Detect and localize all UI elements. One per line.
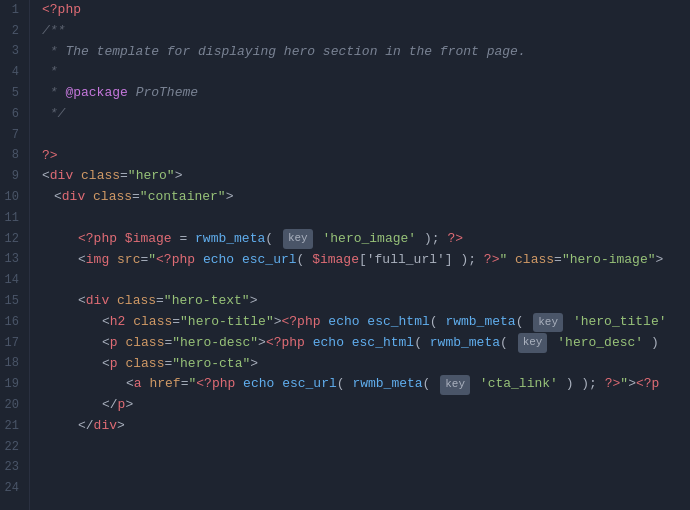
paren-19b: ( xyxy=(423,374,431,395)
sp-12b: = xyxy=(172,229,195,250)
paren-16b: ( xyxy=(516,312,524,333)
br-17a: < xyxy=(102,333,110,354)
sp-19i xyxy=(597,374,605,395)
comment-template-text: The template for displaying hero section… xyxy=(65,42,525,63)
paren-13b: ); xyxy=(460,250,476,271)
code-line-6: */ xyxy=(42,104,690,125)
sp-12d xyxy=(315,229,323,250)
line-num-18: 18 xyxy=(0,354,23,375)
close-18: > xyxy=(250,354,258,375)
paren-19c: ) xyxy=(566,374,574,395)
class-attr-10: class xyxy=(93,187,132,208)
line-num-2: 2 xyxy=(0,21,23,42)
php-close-13: ?> xyxy=(484,250,500,271)
hero-val: "hero" xyxy=(128,166,175,187)
container-val: "container" xyxy=(140,187,226,208)
sp-19c xyxy=(274,374,282,395)
esc-html-17: esc_html xyxy=(352,333,414,354)
p-close-20: </ xyxy=(102,395,118,416)
br-18a: < xyxy=(102,354,110,375)
bracket-10a: < xyxy=(54,187,62,208)
paren-17a: ( xyxy=(414,333,422,354)
code-line-10: < div class = "container" > xyxy=(42,187,690,208)
line-num-15: 15 xyxy=(0,291,23,312)
sp-19b xyxy=(235,374,243,395)
key-badge-19: key xyxy=(440,375,470,395)
sp-12e xyxy=(416,229,424,250)
sp-12f xyxy=(440,229,448,250)
php-open-19b: <?p xyxy=(636,374,659,395)
line-num-17: 17 xyxy=(0,333,23,354)
comment-star-5: * xyxy=(42,83,65,104)
a-tag: a xyxy=(134,374,142,395)
sp-19h xyxy=(573,374,581,395)
src-close: " xyxy=(499,250,507,271)
hero-cta-val: "hero-cta" xyxy=(172,354,250,375)
sp-19e xyxy=(430,374,438,395)
div-tag-15: div xyxy=(86,291,109,312)
esc-url: esc_url xyxy=(242,250,297,271)
code-line-13: < img src = " <?php echo esc_url ( $imag… xyxy=(42,250,690,271)
br-close-20: > xyxy=(125,395,133,416)
line-num-23: 23 xyxy=(0,458,23,479)
p-tag-17: p xyxy=(110,333,118,354)
sp-15a xyxy=(109,291,117,312)
sp-19f xyxy=(472,374,480,395)
code-line-19: < a href = " <?php echo esc_url ( rwmb_m… xyxy=(42,374,690,395)
src-attr: src xyxy=(117,250,140,271)
sp-13g xyxy=(507,250,515,271)
line-num-19: 19 xyxy=(0,374,23,395)
paren-12b: ); xyxy=(424,229,440,250)
var-image-url: $image xyxy=(312,250,359,271)
paren-17b: ( xyxy=(500,333,508,354)
close-17a: > xyxy=(258,333,266,354)
at-package: @package xyxy=(65,83,127,104)
paren-13a: ( xyxy=(297,250,305,271)
close-9: > xyxy=(175,166,183,187)
eq-15: = xyxy=(156,291,164,312)
package-name: ProTheme xyxy=(128,83,198,104)
div-close-21: </ xyxy=(78,416,94,437)
code-content: <?php /** * The template for displaying … xyxy=(30,0,690,510)
line-num-5: 5 xyxy=(0,83,23,104)
line-num-13: 13 xyxy=(0,250,23,271)
paren-19d: ); xyxy=(581,374,597,395)
str-hero-title: 'hero_title' xyxy=(573,312,667,333)
space-9 xyxy=(73,166,81,187)
rwmb-19: rwmb_meta xyxy=(352,374,422,395)
close-13: > xyxy=(656,250,664,271)
sp-16c xyxy=(360,312,368,333)
paren-17c: ) xyxy=(651,333,659,354)
paren-16a: ( xyxy=(430,312,438,333)
str-hero-image: 'hero_image' xyxy=(323,229,417,250)
br-19a: < xyxy=(126,374,134,395)
line-num-4: 4 xyxy=(0,62,23,83)
line-num-1: 1 xyxy=(0,0,23,21)
code-line-8: ?> xyxy=(42,146,690,167)
line-num-11: 11 xyxy=(0,208,23,229)
class-attr-18: class xyxy=(125,354,164,375)
php-close-tag: ?> xyxy=(42,146,58,167)
sp-12a xyxy=(117,229,125,250)
key-badge-12: key xyxy=(283,229,313,249)
eq-13: = xyxy=(140,250,148,271)
line-num-16: 16 xyxy=(0,312,23,333)
eq-10: = xyxy=(132,187,140,208)
sp-17b xyxy=(305,333,313,354)
sp-13c xyxy=(234,250,242,271)
close-19: > xyxy=(628,374,636,395)
p-close-tag-20: p xyxy=(118,395,126,416)
class-attr-16: class xyxy=(133,312,172,333)
sp-16e xyxy=(523,312,531,333)
rwmb-17: rwmb_meta xyxy=(430,333,500,354)
key-badge-17: key xyxy=(518,333,548,353)
div-close-tag-21: div xyxy=(94,416,117,437)
sp-13e xyxy=(453,250,461,271)
code-line-17: < p class = "hero-desc" > <?php echo esc… xyxy=(42,333,690,354)
code-line-9: < div class = "hero" > xyxy=(42,166,690,187)
php-open-12: <?php xyxy=(78,229,117,250)
eq-17: = xyxy=(164,333,172,354)
br-15a: < xyxy=(78,291,86,312)
close-15: > xyxy=(250,291,258,312)
sp-17a xyxy=(118,333,126,354)
